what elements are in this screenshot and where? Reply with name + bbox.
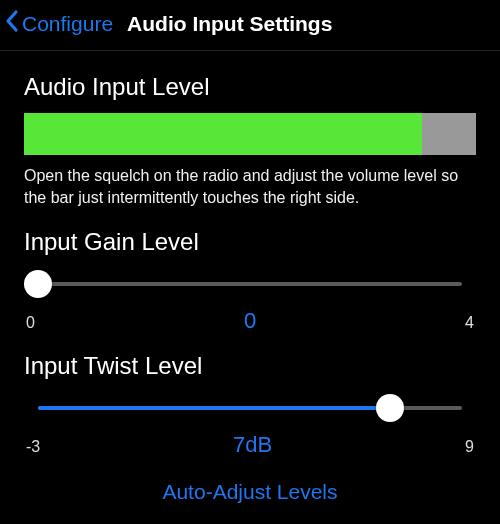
page-title: Audio Input Settings	[127, 12, 332, 36]
slider-track-fill	[38, 406, 390, 410]
auto-adjust-levels-button[interactable]: Auto-Adjust Levels	[24, 480, 476, 504]
input-gain-max: 4	[465, 314, 474, 332]
input-twist-max: 9	[465, 438, 474, 456]
input-twist-scale: -3 7dB 9	[24, 432, 476, 458]
audio-input-level-label: Audio Input Level	[24, 73, 476, 101]
input-gain-slider[interactable]	[24, 270, 476, 298]
input-gain-value: 0	[244, 308, 256, 334]
audio-input-level-meter	[24, 113, 476, 155]
input-gain-min: 0	[26, 314, 35, 332]
slider-thumb[interactable]	[376, 394, 404, 422]
back-label: Configure	[22, 12, 113, 36]
back-button[interactable]: Configure	[4, 7, 119, 40]
input-twist-section: Input Twist Level -3 7dB 9	[24, 352, 476, 458]
slider-thumb[interactable]	[24, 270, 52, 298]
audio-input-level-fill	[24, 113, 422, 155]
input-gain-section: Input Gain Level 0 0 4	[24, 228, 476, 334]
input-twist-slider[interactable]	[24, 394, 476, 422]
input-twist-label: Input Twist Level	[24, 352, 476, 380]
input-gain-label: Input Gain Level	[24, 228, 476, 256]
content: Audio Input Level Open the squelch on th…	[0, 51, 500, 504]
chevron-left-icon	[4, 9, 22, 38]
input-twist-value: 7dB	[233, 432, 272, 458]
slider-track-bg	[38, 282, 462, 286]
audio-input-level-section: Audio Input Level Open the squelch on th…	[24, 73, 476, 208]
input-twist-min: -3	[26, 438, 40, 456]
input-gain-scale: 0 0 4	[24, 308, 476, 334]
nav-header: Configure Audio Input Settings	[0, 0, 500, 51]
audio-input-level-help: Open the squelch on the radio and adjust…	[24, 165, 476, 208]
